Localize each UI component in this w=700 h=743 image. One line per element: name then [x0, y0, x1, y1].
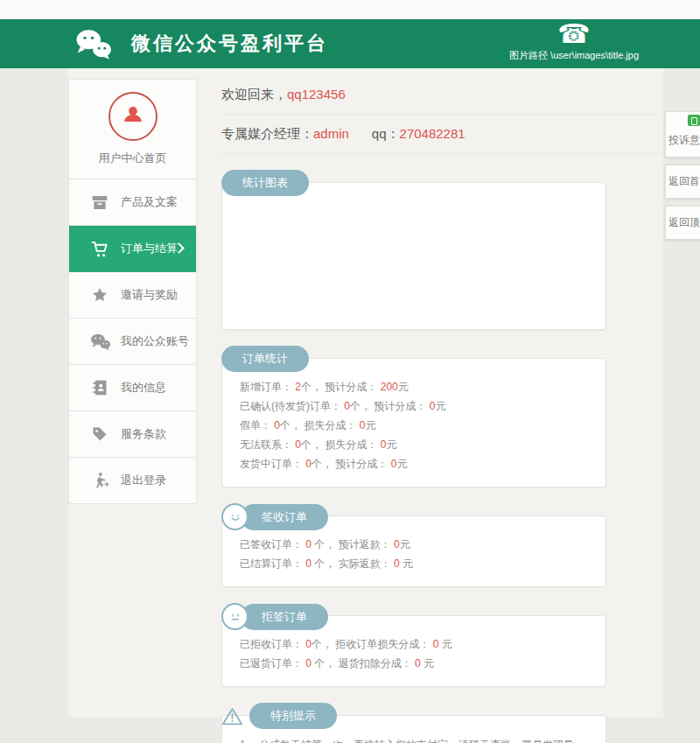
- section-badge: 签收订单: [241, 504, 328, 530]
- content-wrapper: 用户中心首页 产品及文案订单与结算邀请与奖励我的公众账号我的信息服务条款退出登录…: [68, 68, 663, 718]
- archive-icon: [88, 194, 111, 211]
- star-icon: [88, 286, 111, 304]
- sidebar-item-label: 退出登录: [121, 473, 166, 488]
- sidebar-item[interactable]: 我的信息: [69, 365, 196, 411]
- sidebar-item[interactable]: 退出登录: [69, 458, 196, 504]
- qq-number: 270482281: [400, 126, 466, 141]
- float-panel-item[interactable]: 投诉意见: [665, 111, 700, 158]
- header-contact: ☎ 图片路径 \user\images\title.jpg: [509, 20, 639, 62]
- welcome-greeting: 欢迎回来，qq123456: [221, 75, 663, 115]
- sidebar-item[interactable]: 我的公众账号: [69, 319, 196, 365]
- sidebar-item[interactable]: 服务条款: [69, 411, 196, 458]
- stat-line: 1、 分成每天结算一次，直接转入您的支付宝，请隔天查账，要是发现异常，请联系客服…: [240, 739, 588, 743]
- contact-icon: [88, 379, 111, 396]
- stat-line: 已结算订单： 0 个， 实际返款： 0 元: [240, 558, 588, 578]
- stat-line: 新增订单： 2个， 预计分成： 200元: [240, 382, 588, 401]
- sidebar-menu: 产品及文案订单与结算邀请与奖励我的公众账号我的信息服务条款退出登录: [69, 179, 196, 504]
- floating-side-panel: 投诉意见返回首页返回顶部: [665, 111, 700, 240]
- tag-icon: [88, 425, 111, 443]
- manager-info: 专属媒介经理：adminqq：270482281: [221, 115, 663, 154]
- warning-triangle-icon: [221, 706, 243, 726]
- sidebar-item-label: 我的公众账号: [121, 333, 189, 349]
- stat-line: 已签收订单： 0 个， 预计返款： 0元: [240, 539, 588, 558]
- sidebar-item-user-center-home[interactable]: 用户中心首页: [69, 80, 196, 179]
- page-title: 微信公众号盈利平台: [131, 31, 328, 57]
- float-panel-label: 返回首页: [668, 175, 700, 187]
- qq-label: qq：: [372, 126, 400, 141]
- username: qq123456: [287, 87, 346, 102]
- smile-face-icon: [221, 503, 248, 530]
- section-badge-row: 订单统计: [221, 346, 309, 372]
- online-chat-badge-icon: [688, 115, 700, 126]
- image-path-caption: 图片路径 \user\images\title.jpg: [509, 49, 639, 62]
- app-header: 微信公众号盈利平台 ☎ 图片路径 \user\images\title.jpg: [0, 19, 700, 68]
- user-icon: [108, 92, 158, 141]
- section-order-stats: 订单统计新增订单： 2个， 预计分成： 200元已确认(待发货)订单： 0个， …: [221, 358, 606, 487]
- frown-face-icon: [221, 603, 248, 630]
- sections: 统计图表订单统计新增订单： 2个， 预计分成： 200元已确认(待发货)订单： …: [221, 182, 663, 743]
- wechat-icon: [88, 333, 111, 351]
- section-rejected-orders: 拒签订单已拒收订单： 0个， 拒收订单损失分成： 0 元已退货订单： 0 个， …: [221, 615, 606, 687]
- section-badge: 订单统计: [221, 346, 309, 372]
- float-panel-item[interactable]: 返回首页: [665, 165, 700, 199]
- cart-icon: [88, 240, 111, 258]
- stat-line: 无法联系： 0个， 损失分成： 0元: [240, 439, 588, 459]
- stat-line: 假单： 0个， 损失分成： 0元: [240, 420, 588, 439]
- stat-line: 发货中订单： 0个， 预计分成： 0元: [240, 459, 588, 478]
- main-content: 欢迎回来，qq123456 专属媒介经理：adminqq：270482281 统…: [197, 68, 663, 743]
- sidebar-item[interactable]: 产品及文案: [69, 179, 196, 226]
- section-badge-row: 特别提示: [221, 703, 337, 729]
- section-badge: 拒签订单: [241, 604, 328, 630]
- sidebar-item-label: 用户中心首页: [99, 151, 167, 166]
- wechat-logo-icon: [74, 27, 114, 60]
- section-badge: 特别提示: [249, 703, 337, 729]
- stat-line: 已拒收订单： 0个， 拒收订单损失分成： 0 元: [240, 639, 588, 658]
- section-badge-row: 统计图表: [221, 170, 309, 196]
- sidebar-item[interactable]: 订单与结算: [69, 226, 196, 272]
- section-badge: 统计图表: [221, 170, 309, 196]
- section-badge-row: 拒签订单: [221, 603, 328, 630]
- logout-icon: [88, 472, 111, 489]
- sidebar-item-label: 订单与结算: [121, 241, 178, 256]
- section-chart: 统计图表: [221, 182, 606, 330]
- sidebar-item-label: 我的信息: [121, 380, 166, 396]
- section-card: [221, 182, 606, 330]
- sidebar-item-label: 服务条款: [121, 426, 166, 442]
- sidebar: 用户中心首页 产品及文案订单与结算邀请与奖励我的公众账号我的信息服务条款退出登录: [68, 79, 197, 504]
- sidebar-item-label: 产品及文案: [121, 194, 178, 210]
- greeting-prefix: 欢迎回来，: [221, 87, 287, 102]
- section-card: 新增订单： 2个， 预计分成： 200元已确认(待发货)订单： 0个， 预计分成…: [221, 358, 606, 487]
- float-panel-label: 投诉意见: [668, 134, 700, 146]
- stat-line: 已退货订单： 0 个， 退货扣除分成： 0 元: [240, 658, 588, 677]
- section-signed-orders: 签收订单已签收订单： 0 个， 预计返款： 0元已结算订单： 0 个， 实际返款…: [221, 515, 606, 587]
- section-badge-row: 签收订单: [221, 503, 328, 530]
- section-special-notice: 特别提示1、 分成每天结算一次，直接转入您的支付宝，请隔天查账，要是发现异常，请…: [221, 715, 606, 743]
- manager-name: admin: [313, 126, 349, 141]
- sidebar-item-label: 邀请与奖励: [121, 287, 178, 303]
- sidebar-item[interactable]: 邀请与奖励: [69, 272, 196, 319]
- float-panel-label: 返回顶部: [668, 216, 700, 228]
- float-panel-item[interactable]: 返回顶部: [665, 206, 700, 240]
- manager-label: 专属媒介经理：: [221, 126, 313, 141]
- top-strip: [0, 0, 700, 19]
- phone-icon: ☎: [557, 20, 590, 48]
- stat-line: 已确认(待发货)订单： 0个， 预计分成： 0元: [240, 401, 588, 420]
